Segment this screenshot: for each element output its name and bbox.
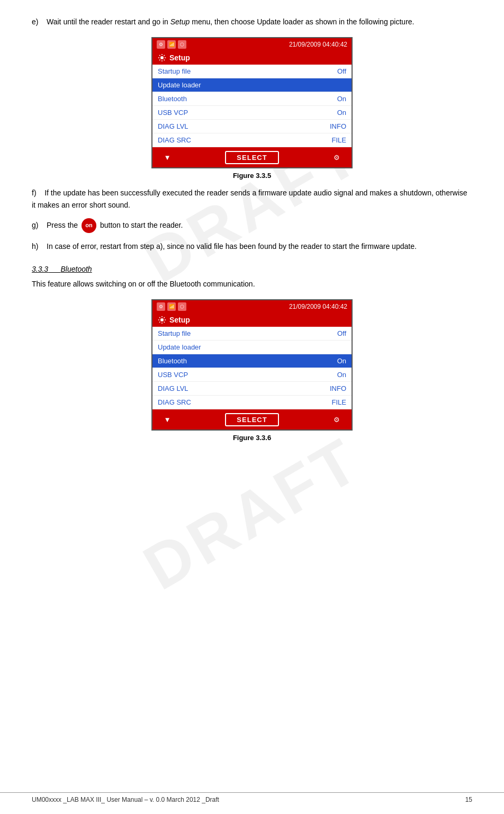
- footer-select-button-2[interactable]: SELECT: [225, 413, 278, 426]
- figure-3-3-6-caption: Figure 3.3.6: [233, 434, 271, 442]
- step-e-text: Wait until the reader restart and go in: [47, 17, 170, 26]
- device-screen-1: ⚙ 📶 ⬡ 21/09/2009 04:40:42 Setup Startup …: [151, 37, 353, 168]
- screen-row-1-4: DIAG LVL INFO: [152, 120, 352, 133]
- screen-row-2-2: Bluetooth On: [152, 354, 352, 368]
- step-f-text: If the update has been successfully exec…: [32, 189, 467, 209]
- row-label-2-5: DIAG SRC: [158, 398, 191, 406]
- footer-gear-button-2[interactable]: ⚙: [326, 412, 347, 427]
- header-icon-signal: 📶: [167, 40, 176, 49]
- header-icon-signal-2: 📶: [167, 302, 176, 311]
- screen-row-1-0: Startup file Off: [152, 65, 352, 78]
- select-label-2: SELECT: [237, 416, 267, 424]
- step-f-label: f): [32, 189, 37, 197]
- row-label-2-3: USB VCP: [158, 371, 188, 379]
- title-gear-icon-2: [158, 316, 166, 324]
- svg-point-1: [160, 318, 164, 321]
- screen-row-1-5: DIAG SRC FILE: [152, 133, 352, 147]
- step-h-label: h): [32, 242, 38, 251]
- screen-row-2-4: DIAG LVL INFO: [152, 382, 352, 396]
- row-value-2-5: FILE: [332, 398, 346, 406]
- screen-header-1: ⚙ 📶 ⬡ 21/09/2009 04:40:42: [152, 38, 352, 51]
- screen-title-text-1: Setup: [169, 53, 190, 62]
- screen-header-icons-2: ⚙ 📶 ⬡: [157, 302, 186, 311]
- header-icon-bluetooth-2: ⬡: [178, 302, 186, 311]
- gear-icon-footer-2: ⚙: [334, 416, 340, 424]
- row-value-1-0: Off: [337, 67, 346, 75]
- step-e-section: e) Wait until the reader restart and go …: [32, 16, 472, 28]
- svg-point-0: [160, 56, 164, 59]
- section-3-3-3-intro: This feature allows switching on or off …: [32, 278, 472, 290]
- row-label-2-4: DIAG LVL: [158, 384, 188, 392]
- screen-footer-2: ▼ SELECT ⚙: [152, 409, 352, 430]
- footer-page-number: 15: [465, 796, 472, 803]
- row-value-2-3: On: [337, 371, 346, 379]
- step-g-text2: button to start the reader.: [100, 221, 183, 229]
- step-h-section: h) In case of error, restart from step a…: [32, 240, 472, 252]
- device-screen-2: ⚙ 📶 ⬡ 21/09/2009 04:40:42 Setup Startup …: [151, 299, 353, 431]
- row-label-1-4: DIAG LVL: [158, 122, 188, 130]
- row-value-1-5: FILE: [332, 136, 346, 144]
- screen-header-2: ⚙ 📶 ⬡ 21/09/2009 04:40:42: [152, 300, 352, 313]
- header-icon-settings-2: ⚙: [157, 302, 165, 311]
- step-g-text1: Press the: [47, 221, 78, 229]
- screen-row-2-3: USB VCP On: [152, 368, 352, 382]
- footer-down-button-2[interactable]: ▼: [157, 412, 178, 427]
- screen-row-1-1: Update loader: [152, 78, 352, 92]
- row-value-1-3: On: [337, 109, 346, 117]
- row-label-1-2: Bluetooth: [158, 95, 187, 103]
- gear-icon-footer-1: ⚙: [334, 154, 340, 162]
- footer-down-button-1[interactable]: ▼: [157, 150, 178, 165]
- row-value-2-4: INFO: [330, 384, 346, 392]
- row-value-2-0: Off: [337, 329, 346, 337]
- row-label-2-1: Update loader: [158, 343, 201, 351]
- step-g-label: g): [32, 221, 38, 229]
- screen-row-1-3: USB VCP On: [152, 106, 352, 120]
- screen-header-icons-1: ⚙ 📶 ⬡: [157, 40, 186, 49]
- figure-3-3-5-container: ⚙ 📶 ⬡ 21/09/2009 04:40:42 Setup Startup …: [32, 37, 472, 180]
- down-arrow-icon-2: ▼: [164, 416, 170, 424]
- select-label-1: SELECT: [237, 154, 267, 162]
- row-label-2-2: Bluetooth: [158, 357, 187, 365]
- step-h-text: In case of error, restart from step a), …: [47, 242, 417, 251]
- screen-title-2: Setup: [152, 313, 352, 327]
- down-arrow-icon-1: ▼: [164, 154, 170, 162]
- footer-select-button-1[interactable]: SELECT: [225, 151, 278, 164]
- screen-row-2-5: DIAG SRC FILE: [152, 396, 352, 409]
- title-gear-icon-1: [158, 53, 166, 62]
- section-3-3-3: 3.3.3 Bluetooth This feature allows swit…: [32, 263, 472, 290]
- row-value-1-2: On: [337, 95, 346, 103]
- row-value-2-2: On: [337, 357, 346, 365]
- figure-3-3-6-container: ⚙ 📶 ⬡ 21/09/2009 04:40:42 Setup Startup …: [32, 299, 472, 442]
- section-title-text: Bluetooth: [60, 265, 92, 273]
- step-e-label: e): [32, 17, 38, 26]
- header-icon-settings: ⚙: [157, 40, 165, 49]
- figure-3-3-5-caption: Figure 3.3.5: [233, 172, 271, 180]
- row-value-1-4: INFO: [330, 122, 346, 130]
- footer-gear-button-1[interactable]: ⚙: [326, 150, 347, 165]
- screen-row-1-2: Bluetooth On: [152, 92, 352, 106]
- header-icon-bluetooth: ⬡: [178, 40, 186, 49]
- screen-row-2-0: Startup file Off: [152, 327, 352, 341]
- footer-doc-title: UM00xxxx _LAB MAX III_ User Manual – v. …: [32, 796, 219, 803]
- row-label-2-0: Startup file: [158, 329, 191, 337]
- step-e-text2: menu, then choose Update loader as shown…: [190, 17, 414, 26]
- screen-title-text-2: Setup: [169, 316, 190, 324]
- screen-title-1: Setup: [152, 51, 352, 65]
- row-label-1-5: DIAG SRC: [158, 136, 191, 144]
- step-f-section: f) If the update has been successfully e…: [32, 187, 472, 211]
- row-label-1-0: Startup file: [158, 67, 191, 75]
- step-e-italic: Setup: [170, 17, 190, 26]
- screen-footer-1: ▼ SELECT ⚙: [152, 147, 352, 167]
- draft-watermark-2: DRAFT: [131, 423, 373, 604]
- screen-row-2-1: Update loader: [152, 341, 352, 354]
- screen-header-datetime-1: 21/09/2009 04:40:42: [289, 41, 347, 48]
- section-3-3-3-title: 3.3.3 Bluetooth: [32, 263, 472, 275]
- section-number: 3.3.3: [32, 265, 48, 273]
- page-footer: UM00xxxx _LAB MAX III_ User Manual – v. …: [0, 792, 504, 803]
- step-g-section: g) Press the on button to start the read…: [32, 218, 472, 233]
- screen-header-datetime-2: 21/09/2009 04:40:42: [289, 303, 347, 310]
- row-label-1-3: USB VCP: [158, 109, 188, 117]
- on-button[interactable]: on: [82, 218, 96, 233]
- row-label-1-1: Update loader: [158, 81, 201, 89]
